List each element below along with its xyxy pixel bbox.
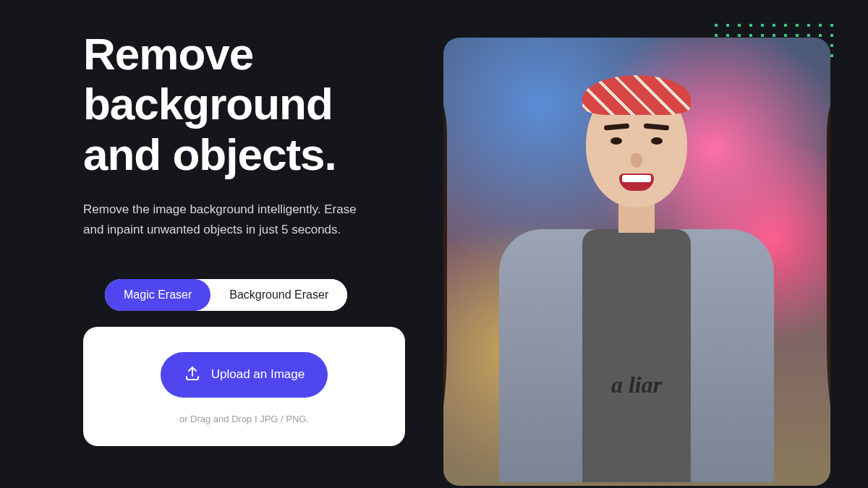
hero-headline: Remove background and objects. <box>83 29 405 179</box>
hero-subheadline: Remove the image background intelligentl… <box>83 200 373 239</box>
upload-image-button[interactable]: Upload an Image <box>161 352 328 398</box>
upload-button-label: Upload an Image <box>211 367 305 382</box>
tab-magic-eraser[interactable]: Magic Eraser <box>105 279 210 311</box>
mode-tabs: Magic Eraser Background Eraser <box>105 279 347 311</box>
hero-sample-image: a liar <box>443 38 830 486</box>
tab-background-eraser[interactable]: Background Eraser <box>210 279 347 311</box>
upload-icon <box>184 364 201 385</box>
upload-card[interactable]: Upload an Image or Drag and Drop I JPG /… <box>83 327 405 446</box>
upload-drop-hint: or Drag and Drop I JPG / PNG. <box>179 414 309 424</box>
